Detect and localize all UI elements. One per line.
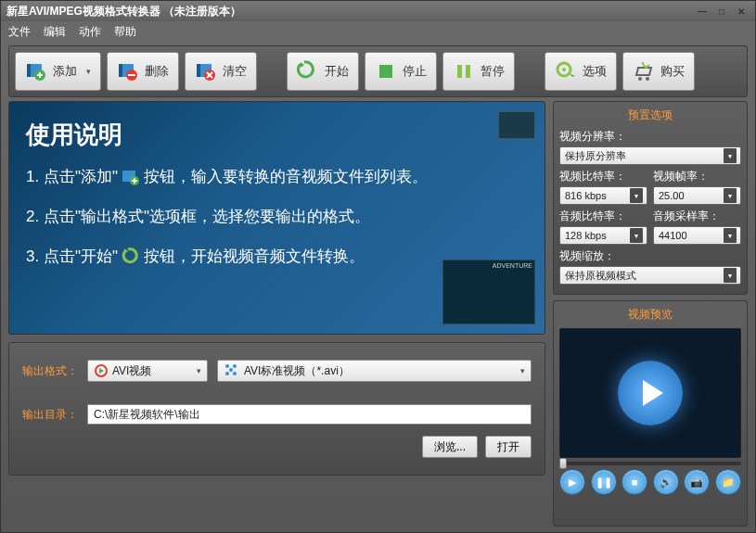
titlebar: 新星AVI/MPEG视频格式转换器 （未注册版本） — □ ✕ (1, 1, 755, 21)
svg-rect-10 (379, 65, 392, 78)
output-format-label: 输出格式： (22, 363, 78, 379)
add-icon (25, 60, 47, 82)
pause-icon (453, 60, 475, 82)
menu-file[interactable]: 文件 (8, 24, 31, 40)
svg-point-20 (225, 364, 229, 368)
scale-label: 视频缩放： (559, 248, 741, 264)
output-dir-label: 输出目录： (22, 407, 78, 423)
refresh-icon (122, 247, 140, 266)
app-window: 新星AVI/MPEG视频格式转换器 （未注册版本） — □ ✕ 文件 编辑 动作… (0, 0, 756, 533)
format-profile-value: AVI标准视频（*.avi） (244, 363, 350, 379)
add-label: 添加 (53, 63, 77, 80)
svg-rect-11 (457, 65, 462, 78)
preset-title: 预置选项 (559, 108, 741, 123)
samplerate-dropdown[interactable]: 44100 (653, 226, 741, 245)
resolution-label: 视频分辨率： (559, 129, 741, 145)
delete-icon (117, 60, 139, 82)
play-icon (618, 361, 683, 425)
output-panel: 输出格式： AVI视频 AVI标准视频（*.avi） 输出目录： 浏览... (8, 342, 545, 476)
svg-rect-4 (119, 64, 122, 77)
player-play-button[interactable]: ▶ (559, 469, 585, 495)
player-mute-button[interactable]: 🔊 (653, 469, 679, 495)
menu-edit[interactable]: 编辑 (44, 24, 66, 40)
clear-button[interactable]: 清空 (185, 52, 257, 91)
preset-panel: 预置选项 视频分辨率： 保持原分辨率 视频比特率： 816 kbps 视频帧率：… (553, 101, 748, 295)
seek-slider[interactable] (559, 462, 741, 465)
open-button[interactable]: 打开 (485, 436, 532, 458)
svg-rect-8 (197, 64, 200, 77)
stop-label: 停止 (403, 63, 427, 80)
framerate-dropdown[interactable]: 25.00 (653, 186, 741, 205)
menu-help[interactable]: 帮助 (114, 24, 136, 40)
instruction-line-1: 1. 点击"添加" 按钮，输入要转换的音视频文件到列表。 (26, 166, 528, 187)
svg-point-15 (638, 77, 642, 81)
menu-action[interactable]: 动作 (79, 24, 101, 40)
player-stop-button[interactable]: ■ (621, 469, 647, 495)
svg-point-22 (225, 372, 229, 375)
svg-point-23 (233, 372, 237, 375)
adventure-thumb: ADVENTURE (442, 260, 535, 324)
menubar: 文件 编辑 动作 帮助 (1, 21, 755, 42)
start-icon (297, 60, 319, 82)
instructions-title: 使用说明 (26, 119, 528, 151)
clear-label: 清空 (223, 63, 247, 80)
svg-point-14 (562, 68, 566, 71)
options-button[interactable]: 选项 (545, 52, 617, 91)
instructions-panel: 使用说明 1. 点击"添加" 按钮，输入要转换的音视频文件到列表。 2. 点击"… (8, 101, 545, 335)
svg-rect-12 (466, 65, 470, 78)
abitrate-dropdown[interactable]: 128 kbps (559, 226, 647, 245)
samplerate-label: 音频采样率： (653, 209, 741, 224)
cart-icon (633, 60, 655, 82)
scale-dropdown[interactable]: 保持原视频模式 (559, 266, 741, 285)
instruction-line-2: 2. 点击"输出格式"选项框，选择您要输出的格式。 (26, 206, 528, 227)
window-title: 新星AVI/MPEG视频格式转换器 （未注册版本） (6, 4, 241, 19)
add-button[interactable]: 添加 (15, 52, 101, 91)
start-label: 开始 (325, 63, 349, 80)
format-category-value: AVI视频 (112, 363, 151, 379)
stop-button[interactable]: 停止 (365, 52, 437, 91)
browse-button[interactable]: 浏览... (422, 436, 478, 458)
thumbnail-icon (498, 111, 535, 139)
format-profile-dropdown[interactable]: AVI标准视频（*.avi） (217, 360, 532, 382)
preview-title: 视频预览 (559, 307, 741, 323)
preview-area (559, 328, 741, 458)
stop-icon (375, 60, 397, 82)
svg-rect-6 (128, 74, 135, 76)
delete-button[interactable]: 删除 (107, 52, 179, 91)
svg-rect-1 (27, 64, 31, 77)
svg-point-16 (646, 77, 649, 81)
svg-point-24 (229, 368, 233, 372)
vbitrate-label: 视频比特率： (559, 169, 647, 184)
resolution-dropdown[interactable]: 保持原分辨率 (559, 146, 741, 165)
buy-button[interactable]: 购买 (622, 52, 695, 91)
output-dir-input[interactable] (87, 404, 532, 425)
abitrate-label: 音频比特率： (559, 209, 647, 224)
clear-icon (195, 60, 217, 82)
vbitrate-dropdown[interactable]: 816 kbps (559, 186, 647, 205)
pause-button[interactable]: 暂停 (442, 52, 515, 91)
svg-point-21 (233, 364, 237, 368)
player-snapshot-button[interactable]: 📷 (684, 469, 710, 495)
toolbar: 添加 删除 清空 开始 停止 暂停 选项 购买 (8, 45, 748, 97)
close-button[interactable]: ✕ (733, 5, 750, 18)
options-label: 选项 (583, 63, 607, 80)
minimize-button[interactable]: — (694, 5, 711, 18)
gear-icon (555, 60, 577, 82)
framerate-label: 视频帧率： (653, 169, 741, 184)
player-pause-button[interactable]: ❚❚ (591, 469, 617, 495)
format-category-dropdown[interactable]: AVI视频 (87, 360, 208, 382)
player-folder-button[interactable]: 📁 (715, 469, 741, 495)
start-button[interactable]: 开始 (287, 52, 359, 91)
film-add-icon (122, 168, 140, 186)
pause-label: 暂停 (481, 63, 505, 80)
maximize-button[interactable]: □ (713, 5, 730, 18)
delete-label: 删除 (145, 63, 169, 80)
preview-panel: 视频预览 ▶ ❚❚ ■ 🔊 📷 📁 (553, 300, 748, 527)
buy-label: 购买 (660, 63, 685, 80)
